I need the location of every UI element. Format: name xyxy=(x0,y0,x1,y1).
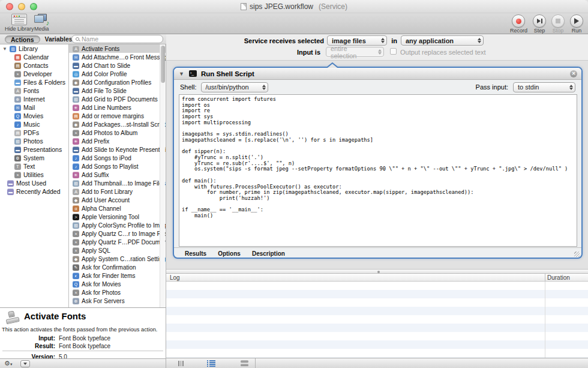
pass-input-popup[interactable]: to stdin xyxy=(513,82,575,92)
list-view-icon[interactable] xyxy=(207,360,215,367)
record-button[interactable]: Record xyxy=(510,14,527,34)
sidebar-item-contacts[interactable]: ▤Contacts xyxy=(0,61,68,70)
action-list-item[interactable]: ⊕Ask For Servers xyxy=(69,297,166,305)
action-list-item[interactable]: ◐Ask for Finder Items xyxy=(69,271,166,280)
step-button[interactable]: Step xyxy=(533,14,546,34)
sidebar-item-recently-added[interactable]: ▬Recently Added xyxy=(0,187,68,196)
resize-grip-icon[interactable] xyxy=(574,252,580,257)
sidebar-item-movies[interactable]: QMovies xyxy=(0,112,68,120)
tab-description[interactable]: Description xyxy=(252,250,285,257)
action-list-item[interactable]: ✳Add Line Numbers xyxy=(69,103,166,112)
action-list-item[interactable]: ♪Add Songs to iPod xyxy=(69,154,166,162)
tab-options[interactable]: Options xyxy=(218,250,241,257)
gear-menu-button[interactable]: ⚙▾ xyxy=(4,360,12,367)
drag-handle-icon[interactable] xyxy=(178,361,184,366)
zoom-window-button[interactable] xyxy=(30,3,37,10)
search-field[interactable] xyxy=(71,35,163,43)
action-header[interactable]: ▼ ›_ Run Shell Script ✕ xyxy=(174,68,581,80)
media-button[interactable]: ♪ Media xyxy=(34,14,49,32)
file-type-popup[interactable]: image files xyxy=(327,35,387,46)
action-list-item[interactable]: ◎Add Color Profile xyxy=(69,70,166,78)
result-value: Font Book typeface xyxy=(59,343,110,349)
action-list-item[interactable]: ♪Add Songs to Playlist xyxy=(69,162,166,170)
hide-library-button[interactable]: Hide Library xyxy=(5,14,34,32)
item-label: Apply System C…ration Settings xyxy=(82,256,166,262)
disclosure-triangle-icon[interactable]: ▼ xyxy=(2,46,7,52)
media-icon: ♪ xyxy=(34,14,49,25)
action-list-item[interactable]: ▧Add Grid to PDF Documents xyxy=(69,95,166,103)
sidebar-item-developer[interactable]: ×Developer xyxy=(0,70,68,78)
sidebar-item-files-folders[interactable]: ▬Files & Folders xyxy=(0,78,68,86)
action-list-item[interactable]: QAsk for Movies xyxy=(69,280,166,288)
script-code[interactable]: from concurrent import futures import os… xyxy=(179,95,577,221)
sidebar-item-calendar[interactable]: ▦Calendar xyxy=(0,53,68,61)
run-button[interactable]: Run xyxy=(570,14,583,34)
action-list-item[interactable]: ×Apply Quartz C…r to Image Files xyxy=(69,229,166,238)
variables-view-icon[interactable] xyxy=(241,360,248,367)
column-divider[interactable] xyxy=(545,274,545,282)
sidebar-item-mail[interactable]: ✉Mail xyxy=(0,103,68,112)
sidebar-item-presentations[interactable]: ▬Presentations xyxy=(0,145,68,154)
search-input[interactable] xyxy=(82,35,159,43)
log-column-header[interactable]: Log xyxy=(170,274,180,281)
tab-actions[interactable]: Actions xyxy=(5,35,40,43)
action-list-item[interactable]: ▬Add Chart to Slide xyxy=(69,61,166,70)
run-icon xyxy=(574,18,579,24)
action-list-item[interactable]: ▬Add Slide to Keynote Presentation xyxy=(69,145,166,154)
splitter-handle-icon[interactable] xyxy=(377,271,380,273)
action-list-item[interactable]: αAlpha Channel xyxy=(69,204,166,213)
sidebar-item-utilities[interactable]: ×Utilities xyxy=(0,170,68,179)
sidebar-item-fonts[interactable]: AFonts xyxy=(0,86,68,95)
action-list-item[interactable]: ◆Add Configuration Profiles xyxy=(69,78,166,86)
action-list-item[interactable]: ✳Add Prefix xyxy=(69,137,166,145)
action-disclosure-icon[interactable]: ▼ xyxy=(179,71,184,77)
remove-action-button[interactable]: ✕ xyxy=(570,70,577,77)
popup-arrows-icon xyxy=(378,49,382,55)
action-list-item[interactable]: ×Ask for Photos xyxy=(69,288,166,297)
action-list-item[interactable]: AActivate Fonts xyxy=(69,44,166,53)
log-splitter[interactable] xyxy=(166,269,588,274)
action-list-item[interactable]: ▤Add or remove margins xyxy=(69,112,166,120)
duration-column-header[interactable]: Duration xyxy=(547,274,570,281)
action-list-item[interactable]: ×Apply SQL xyxy=(69,246,166,255)
action-list-item[interactable]: ▧Add Thumbnail…to Image Files xyxy=(69,179,166,187)
item-label: Add Chart to Slide xyxy=(82,62,130,69)
action-title: Run Shell Script xyxy=(201,70,254,77)
script-editor[interactable]: from concurrent import futures import os… xyxy=(179,94,577,247)
photos-icon: ▧ xyxy=(73,96,79,103)
item-label: Add Thumbnail…to Image Files xyxy=(82,180,166,187)
close-window-button[interactable] xyxy=(6,3,13,10)
action-list-item[interactable]: ×Add Photos to Album xyxy=(69,128,166,137)
sidebar-item-system[interactable]: ⚙System xyxy=(0,154,68,162)
sidebar-item-music[interactable]: ♪Music xyxy=(0,120,68,128)
action-list-item[interactable]: ▧Apply ColorSync Profile to Images xyxy=(69,221,166,229)
action-list-item[interactable]: >Apple Versioning Tool xyxy=(69,213,166,221)
action-list-item[interactable]: ▬Add File To Slide xyxy=(69,86,166,95)
application-popup[interactable]: any application xyxy=(401,35,484,46)
actions-scrollbar[interactable] xyxy=(160,44,165,307)
action-list-item[interactable]: ✳Add Suffix xyxy=(69,170,166,179)
sidebar-item-library[interactable]: ▼ ▥ Library xyxy=(0,44,68,53)
photos-icon: ▧ xyxy=(14,138,21,145)
window-title: sips JPEG.workflow xyxy=(250,2,313,11)
action-list-item[interactable]: ◆Apply System C…ration Settings xyxy=(69,255,166,263)
toggle-description-button[interactable] xyxy=(20,360,30,367)
tab-results[interactable]: Results xyxy=(185,250,206,257)
tab-variables[interactable]: Variables xyxy=(45,35,73,43)
sidebar-item-photos[interactable]: ▧Photos xyxy=(0,137,68,145)
shell-options-row: Shell: /usr/bin/python Pass input: to st… xyxy=(174,81,581,93)
sidebar-item-pdfs[interactable]: ▤PDFs xyxy=(0,128,68,137)
sidebar-item-text[interactable]: TText xyxy=(0,162,68,170)
action-list-item[interactable]: ✉Add Attachme…o Front Message xyxy=(69,53,166,61)
shell-popup[interactable]: /usr/bin/python xyxy=(201,82,268,92)
input-selection-popup: entire selection xyxy=(326,47,384,57)
action-list-item[interactable]: ✎Ask for Confirmation xyxy=(69,263,166,271)
action-list-item[interactable]: ×Apply Quartz F…PDF Documents xyxy=(69,238,166,246)
minimize-window-button[interactable] xyxy=(18,3,25,10)
action-list-item[interactable]: AAdd to Font Library xyxy=(69,187,166,196)
action-list-item[interactable]: ◆Add Packages…st-Install Scripts xyxy=(69,120,166,128)
scrollbar-thumb[interactable] xyxy=(161,46,165,83)
action-list-item[interactable]: ◆Add User Account xyxy=(69,196,166,204)
sidebar-item-internet[interactable]: ⊕Internet xyxy=(0,95,68,103)
sidebar-item-most-used[interactable]: ▬Most Used xyxy=(0,179,68,187)
